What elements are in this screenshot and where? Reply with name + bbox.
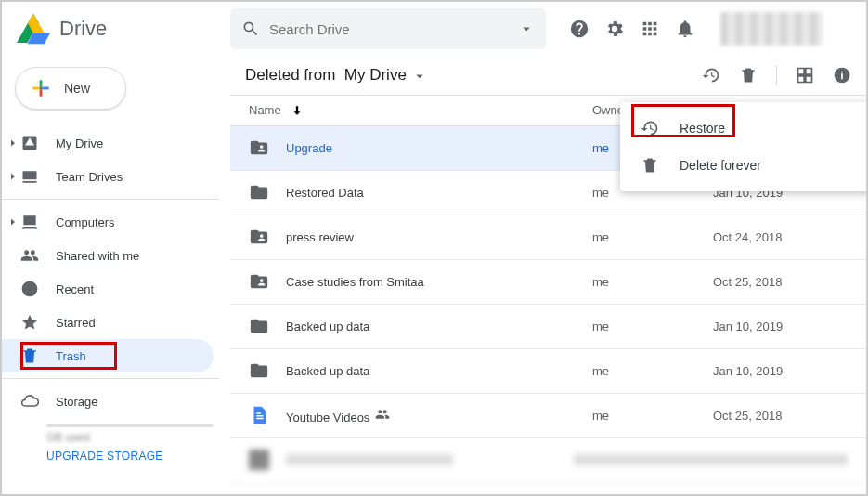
file-name: Restored Data: [286, 186, 592, 200]
sidebar-item-storage[interactable]: Storage: [2, 385, 214, 418]
sidebar-item-starred[interactable]: Starred: [2, 306, 214, 339]
sort-arrow-icon: [291, 104, 304, 117]
new-button-label: New: [64, 81, 90, 96]
file-modified: Oct 25, 2018: [713, 409, 848, 423]
scope-dropdown[interactable]: [411, 66, 428, 84]
sidebar-item-label: Shared with me: [56, 249, 139, 263]
context-menu: Restore Delete forever: [620, 102, 868, 191]
header: Drive: [2, 2, 866, 56]
content: Deleted from My Drive Name Owner Last mo…: [230, 56, 866, 494]
table-row[interactable]: Youtube VideosmeOct 25, 2018: [230, 394, 866, 438]
cloud-icon: [20, 392, 39, 411]
table-row[interactable]: Case studies from SmitaameOct 25, 2018: [230, 260, 866, 305]
delete-forever-icon[interactable]: [739, 66, 758, 85]
sidebar-item-label: Starred: [56, 316, 96, 330]
folder-icon: [249, 182, 269, 202]
shared-badge-icon: [375, 407, 390, 422]
sidebar-item-teamdrives[interactable]: Team Drives: [2, 160, 214, 193]
sidebar-item-computers[interactable]: Computers: [2, 205, 214, 239]
table-row[interactable]: Backed up datameJan 10, 2019: [230, 349, 866, 394]
trash-icon: [641, 156, 659, 175]
storage-bar: [46, 424, 214, 427]
file-name: Upgrade: [286, 141, 592, 155]
trash-icon: [20, 346, 39, 365]
account-avatar[interactable]: [720, 12, 823, 46]
chevron-down-icon: [411, 68, 428, 85]
folder-icon: [249, 316, 269, 336]
file-name: Backed up data: [286, 320, 592, 333]
svg-rect-1: [40, 87, 43, 90]
help-icon: [569, 19, 589, 39]
help-button[interactable]: [568, 18, 590, 40]
apps-icon: [640, 19, 660, 39]
file-owner: me: [592, 364, 713, 378]
context-menu-delete-forever[interactable]: Delete forever: [620, 147, 868, 184]
file-modified: Jan 10, 2019: [713, 364, 848, 378]
drive-logo-icon: [17, 12, 50, 46]
folder-shared-icon: [249, 137, 269, 158]
bell-icon: [675, 19, 695, 39]
restore-icon[interactable]: [702, 66, 720, 85]
sidebar-item-label: Recent: [56, 282, 94, 296]
page-title-scope[interactable]: My Drive: [344, 66, 407, 84]
separator: [776, 65, 777, 85]
sidebar-item-recent[interactable]: Recent: [2, 272, 214, 306]
sidebar-item-label: Trash: [56, 349, 86, 363]
file-modified: Oct 25, 2018: [713, 275, 848, 289]
computer-icon: [20, 213, 39, 231]
context-menu-restore[interactable]: Restore: [620, 110, 868, 147]
sidebar-item-label: Computers: [56, 215, 115, 229]
search-options-icon[interactable]: [518, 20, 535, 37]
shared-icon: [20, 246, 39, 265]
caret-icon: [7, 213, 19, 231]
sidebar-item-label: My Drive: [56, 137, 103, 150]
sidebar-item-mydrive[interactable]: My Drive: [2, 126, 214, 160]
separator: [2, 378, 219, 379]
settings-button[interactable]: [603, 18, 626, 40]
table-row[interactable]: Backed up datameJan 10, 2019: [230, 305, 866, 349]
grid-view-icon[interactable]: [796, 66, 814, 85]
sidebar-item-shared[interactable]: Shared with me: [2, 239, 214, 272]
folder-shared-icon: [249, 227, 269, 247]
caret-icon: [7, 167, 19, 186]
file-name: Youtube Videos: [286, 407, 592, 424]
file-name: press review: [286, 230, 592, 244]
new-button[interactable]: New: [15, 67, 126, 110]
logo-area: Drive: [17, 12, 230, 46]
page-title: Deleted from My Drive: [245, 66, 428, 85]
storage-used-text: GB used: [46, 431, 230, 444]
team-icon: [20, 167, 39, 186]
file-owner: me: [592, 230, 713, 244]
apps-button[interactable]: [639, 18, 661, 40]
search-input[interactable]: [269, 21, 518, 37]
restore-icon: [641, 119, 659, 137]
toolbar-actions: [702, 65, 851, 85]
content-header: Deleted from My Drive: [230, 56, 866, 95]
page-title-prefix: Deleted from: [245, 66, 335, 84]
star-icon: [20, 313, 39, 332]
file-owner: me: [592, 275, 713, 289]
recent-icon: [20, 280, 39, 298]
search-box[interactable]: [230, 8, 546, 49]
table-row[interactable]: press reviewmeOct 24, 2018: [230, 215, 866, 260]
top-icons: [568, 12, 823, 46]
sidebar-item-label: Team Drives: [56, 170, 123, 184]
caret-icon: [7, 134, 19, 152]
column-name[interactable]: Name: [249, 103, 592, 117]
file-owner: me: [592, 320, 713, 333]
info-icon[interactable]: [833, 66, 851, 85]
file-name: Backed up data: [286, 364, 592, 378]
notifications-button[interactable]: [674, 18, 696, 40]
separator: [2, 199, 219, 200]
sidebar: New My Drive Team Drives Computers Share…: [2, 56, 230, 494]
sidebar-item-label: Storage: [56, 395, 98, 409]
file-modified: Oct 24, 2018: [713, 230, 848, 244]
sidebar-item-trash[interactable]: Trash: [2, 339, 214, 372]
context-menu-label: Delete forever: [680, 158, 761, 173]
file-owner: me: [592, 409, 713, 423]
upgrade-storage-link[interactable]: UPGRADE STORAGE: [46, 450, 230, 463]
table-row[interactable]: [230, 438, 866, 483]
folder-shared-icon: [249, 271, 269, 292]
context-menu-label: Restore: [680, 121, 725, 136]
mydrive-icon: [20, 134, 39, 152]
